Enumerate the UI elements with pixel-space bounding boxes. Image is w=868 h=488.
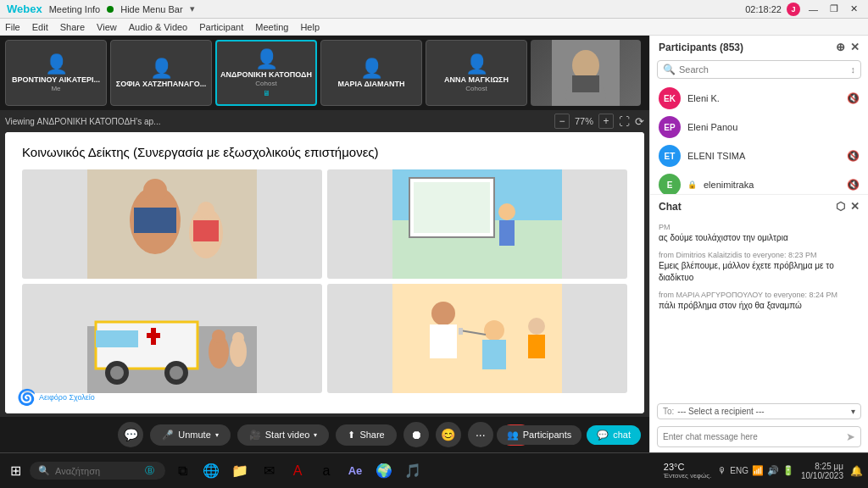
menu-help[interactable]: Help [300, 22, 320, 32]
taskbar-app-acrobat[interactable]: A [284, 456, 311, 486]
taskbar-search[interactable]: 🔍 Ⓑ [30, 462, 165, 480]
taskbar-search-input[interactable] [55, 466, 140, 476]
unmute-button[interactable]: 🎤 Unmute ▾ [150, 424, 231, 446]
close-participants-icon[interactable]: ✕ [850, 41, 860, 53]
slide-image-dental [327, 284, 627, 393]
avatar-0: EK [659, 87, 681, 109]
smiley-left-button[interactable]: 💬 [118, 422, 143, 447]
chat-input-row[interactable]: ➤ [657, 426, 861, 447]
zoom-in-button[interactable]: + [598, 114, 614, 129]
chat-message-2: from ΜΑΡΙΑ ΑΡΓΥΡΟΠΟΥΛΟΥ to everyone: 8:2… [659, 291, 860, 312]
taskbar-app-edge[interactable]: 🌐 [198, 456, 225, 486]
video-feed [531, 40, 641, 106]
chat-input[interactable] [663, 432, 843, 441]
participants-button[interactable]: 👥 Participants [497, 425, 581, 445]
meeting-info-label[interactable]: Meeting Info [49, 4, 101, 14]
taskbar-app-explorer[interactable]: 📁 [226, 456, 253, 486]
fit-icon[interactable]: ⛶ [619, 115, 630, 128]
reactions-button[interactable]: 😊 [436, 422, 461, 447]
language-label[interactable]: ENG [730, 466, 748, 475]
explorer-icon: 📁 [231, 463, 248, 479]
share-button[interactable]: ⬆ Share [336, 424, 396, 446]
presentation-topbar: Viewing ΑΝΔΡΟΝΙΚΗ ΚΑΤΟΠΟΔΗ's ap... − 77%… [5, 114, 644, 129]
restore-button[interactable]: ❐ [826, 3, 842, 14]
participant-name-3: ΜΑΡΙΑ ΔΙΑΜΑΝΤΗ [337, 80, 404, 89]
svg-rect-39 [459, 328, 463, 335]
start-button[interactable]: ⊞ [5, 461, 26, 480]
zoom-value: 77% [575, 116, 593, 126]
screen-share-icon: 🖥 [263, 89, 270, 97]
battery-icon[interactable]: 🔋 [782, 465, 794, 476]
hide-menu-label[interactable]: Hide Menu Bar [120, 4, 182, 14]
participant-tile-1[interactable]: 👤 ΣΟΦΙΑ ΧΑΤΖΗΠΑΝΑΓΟ... [110, 40, 212, 106]
menu-participant[interactable]: Participant [199, 22, 243, 32]
svg-rect-3 [572, 75, 599, 92]
chat-msg-text-0: ας δούμε τουλάχιστον την ομιλτρια [659, 232, 860, 244]
taskbar-app-after-effects[interactable]: Ae [342, 456, 369, 486]
zoom-out-button[interactable]: − [554, 114, 570, 129]
svg-rect-35 [430, 324, 457, 358]
amazon-icon: a [323, 463, 331, 479]
participant-row-1[interactable]: EP Eleni Panou [650, 113, 868, 141]
clock-display: 02:18:22 [745, 4, 782, 14]
menu-file[interactable]: File [5, 22, 20, 32]
participant-row-2[interactable]: ET ELENI TSIMA 🔇 [650, 141, 868, 170]
mic-status-icon[interactable]: 🎙 [718, 466, 726, 475]
unmute-caret: ▾ [215, 431, 219, 439]
close-chat-icon[interactable]: ✕ [850, 200, 860, 213]
participant-tile-0[interactable]: 👤 ΒΡΟΝΤΙΝΟΥ ΑΙΚΑΤΕΡΙ... Me [5, 40, 107, 106]
participants-search-input[interactable] [679, 64, 848, 75]
popout-chat-icon[interactable]: ⬡ [836, 200, 845, 213]
taskbar-app-extra2[interactable]: 🎵 [399, 456, 426, 486]
wifi-icon[interactable]: 📶 [752, 465, 764, 476]
unmute-label: Unmute [178, 430, 211, 440]
slide-logo: 🌀 Αειφόρο Σχολείο [17, 388, 95, 407]
menu-share[interactable]: Share [60, 22, 85, 32]
participant-tile-2[interactable]: 👤 ΑΝΔΡΟΝΙΚΗ ΚΑΤΟΠΟΔΗ Cohost 🖥 [215, 40, 317, 106]
taskbar-status-icons: 🎙 ENG 📶 🔊 🔋 [718, 465, 794, 476]
participant-tile-video[interactable] [531, 40, 641, 106]
taskbar-app-extra1[interactable]: 🌍 [370, 456, 398, 486]
participant-tile-4[interactable]: 👤 ΑΝΝΑ ΜΑΓΚΙΩΣΗ Cohost [426, 40, 527, 106]
participant-row-0[interactable]: EK Eleni K. 🔇 [650, 84, 868, 113]
share-icon: ⬆ [348, 430, 355, 441]
chat-button[interactable]: 💬 chat [587, 425, 641, 445]
volume-icon[interactable]: 🔊 [767, 465, 779, 476]
title-bar-left: Webex Meeting Info Hide Menu Bar ▾ [7, 3, 195, 15]
participant-name-1: ΣΟΦΙΑ ΧΑΤΖΗΠΑΝΑΓΟ... [116, 80, 206, 89]
chat-msg-text-1: Εμεις βλέπουμε, μάλλον έχετε πρόβλημα με… [659, 260, 860, 284]
participants-header-label: Participants (853) [659, 42, 743, 53]
send-icon[interactable]: ➤ [846, 430, 855, 443]
taskbar-right: 23°C Έντονες νεφώς. 🎙 ENG 📶 🔊 🔋 8:25 μμ … [664, 462, 863, 480]
recipient-selector[interactable]: To: --- Select a recipient --- ▾ [657, 403, 861, 419]
participant-tile-3[interactable]: 👤 ΜΑΡΙΑ ΔΙΑΜΑΝΤΗ [320, 40, 422, 106]
menu-edit[interactable]: Edit [32, 22, 48, 32]
menu-audio-video[interactable]: Audio & Video [129, 22, 188, 32]
more-button[interactable]: ··· [468, 422, 493, 447]
taskbar-clock[interactable]: 8:25 μμ 10/10/2023 [801, 462, 843, 480]
minimize-button[interactable]: — [805, 4, 821, 14]
start-video-button[interactable]: 🎥 Start video ▾ [237, 424, 330, 446]
weather-widget[interactable]: 23°C Έντονες νεφώς. [664, 462, 712, 480]
svg-rect-17 [499, 220, 515, 246]
participants-search-bar[interactable]: 🔍 ↕ [657, 60, 861, 79]
taskbar-app-amazon[interactable]: a [313, 456, 340, 486]
sync-icon[interactable]: ⟳ [635, 115, 644, 128]
content-area: 👤 ΒΡΟΝΤΙΝΟΥ ΑΙΚΑΤΕΡΙ... Me 👤 ΣΟΦΙΑ ΧΑΤΖΗ… [0, 36, 649, 452]
sort-icon[interactable]: ↕ [851, 64, 856, 75]
chat-msg-meta-1: from Dimitrios Kalaitzidis to everyone: … [659, 251, 860, 259]
taskbar-app-taskview[interactable]: ⧉ [169, 456, 196, 486]
notification-icon[interactable]: 🔔 [850, 465, 863, 477]
participant-row-3[interactable]: E 🔒 elenimitraka 🔇 [650, 170, 868, 194]
menu-meeting[interactable]: Meeting [255, 22, 288, 32]
school-label: Αειφόρο Σχολείο [39, 393, 95, 402]
slide-image-classroom [327, 169, 627, 279]
record-button[interactable]: ⏺ [403, 422, 429, 447]
taskbar-search-icon: 🔍 [38, 465, 50, 476]
participant-name-0: Eleni K. [687, 93, 840, 103]
taskbar-app-mail[interactable]: ✉ [255, 456, 282, 486]
menu-view[interactable]: View [97, 22, 117, 32]
add-participant-icon[interactable]: ⊕ [836, 41, 845, 53]
avatar-2: ET [659, 145, 681, 167]
close-button[interactable]: ✕ [847, 3, 861, 14]
